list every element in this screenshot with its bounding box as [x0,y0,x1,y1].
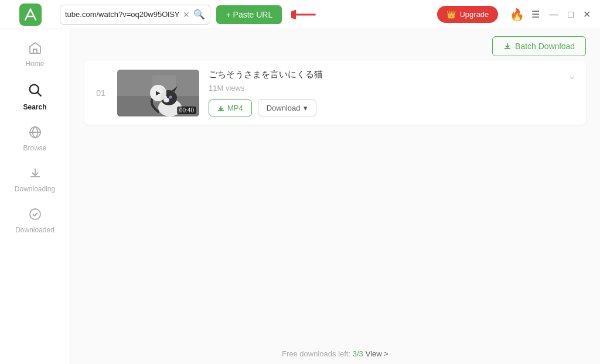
chevron-down-icon: ▾ [304,104,308,112]
video-index: 01 [94,88,108,98]
maximize-button[interactable]: □ [565,8,576,21]
bo-icon[interactable]: 🔥 [510,8,524,22]
svg-point-15 [169,95,172,98]
url-clear-icon[interactable]: ✕ [183,10,190,19]
crown-icon: 👑 [446,10,456,19]
content-toolbar: Batch Download [70,29,600,61]
url-search-icon[interactable]: 🔍 [193,9,205,20]
video-views: 11M views [209,84,577,92]
title-bar: tube.com/watch?v=oq20w95OlSY ✕ 🔍 + Paste… [0,0,600,29]
arrow-indicator [291,8,319,22]
logo-area [7,4,54,26]
close-button[interactable]: ✕ [581,8,593,21]
table-row: 01 [84,61,586,125]
home-label: Home [25,60,44,68]
video-duration: 00:40 [177,107,196,114]
batch-download-label: Batch Download [515,42,575,51]
downloading-icon [28,166,42,183]
svg-point-6 [30,209,40,219]
home-icon [28,41,42,57]
downloads-count: 3/3 [353,349,363,358]
main-layout: Home Search Browse [0,29,600,364]
mp4-label: MP4 [227,104,243,112]
play-button[interactable]: ▶ [150,85,166,101]
paste-url-button[interactable]: + Paste URL [216,5,282,24]
menu-icon[interactable]: ☰ [529,8,542,21]
downloaded-icon [28,207,42,224]
url-text: tube.com/watch?v=oq20w95OlSY [65,10,179,19]
app-logo [19,4,42,26]
video-list: 01 [70,61,600,344]
svg-rect-2 [33,49,37,53]
sidebar-item-downloaded[interactable]: Downloaded [0,201,70,240]
svg-point-3 [29,85,38,94]
video-actions: MP4 Download ▾ [209,99,577,116]
toolbar-icons: 🔥 ☰ — □ ✕ [510,8,593,22]
paste-url-label: + Paste URL [226,10,272,19]
browse-icon [28,125,42,142]
browse-label: Browse [23,144,46,152]
sidebar-item-downloading[interactable]: Downloading [0,160,70,199]
video-title: ごちそうさまを言いにくる猫 [209,69,577,80]
footer-prefix: Free downloads left: [282,349,353,358]
batch-download-icon [503,42,512,50]
download-dropdown-button[interactable]: Download ▾ [258,99,316,116]
search-label: Search [23,103,46,111]
view-link[interactable]: View > [366,349,388,358]
upgrade-label: Upgrade [459,10,489,19]
downloaded-label: Downloaded [15,226,54,234]
downloading-label: Downloading [15,185,55,193]
expand-icon[interactable]: ⌄ [568,69,577,82]
sidebar-item-search[interactable]: Search [0,76,70,117]
svg-line-4 [38,92,41,96]
video-thumbnail[interactable]: ▶ 00:40 [117,70,199,116]
sidebar: Home Search Browse [0,29,70,364]
batch-download-button[interactable]: Batch Download [492,36,586,56]
search-icon [27,82,43,101]
minimize-button[interactable]: — [547,8,561,21]
red-arrow-svg [291,8,319,22]
mp4-button[interactable]: MP4 [209,99,252,116]
content-footer: Free downloads left: 3/3View > [70,344,600,364]
upgrade-button[interactable]: 👑 Upgrade [437,6,498,23]
logo-svg [23,7,38,22]
url-bar[interactable]: tube.com/watch?v=oq20w95OlSY ✕ 🔍 [60,5,210,25]
video-info: ごちそうさまを言いにくる猫 11M views MP4 Download [209,69,577,116]
download-label: Download [267,104,301,112]
sidebar-item-home[interactable]: Home [0,35,70,74]
sidebar-item-browse[interactable]: Browse [0,119,70,158]
mp4-download-icon [217,105,224,112]
content-area: Batch Download 01 [70,29,600,364]
